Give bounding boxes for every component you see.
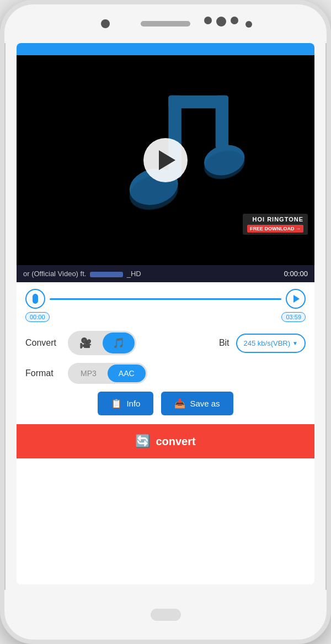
free-download-label: FREE DOWNLOAD →	[250, 226, 301, 231]
convert-icon: 🔄	[135, 434, 150, 448]
speaker-icon	[141, 21, 190, 27]
volume-down-button[interactable]	[0, 159, 2, 198]
convert-toggle[interactable]: 🎥 🎵	[68, 331, 136, 355]
audio-mode-icon: 🎵	[113, 337, 125, 349]
convert-label: Convert	[25, 338, 61, 348]
slider-row	[25, 289, 306, 309]
front-camera-icon	[101, 19, 110, 28]
convert-button-label: convert	[156, 435, 195, 448]
video-mode-icon: 🎥	[79, 337, 92, 349]
controls-section: 00:00 03:59 Convert 🎥 🎵 Bit 245 kb/s(VBR…	[17, 282, 314, 424]
format-label: Format	[25, 368, 61, 378]
power-button[interactable]	[329, 142, 331, 176]
action-buttons-row: 📋 Info 📥 Save as	[25, 392, 306, 415]
slider-thumb-inner	[33, 294, 38, 304]
video-thumbnail: HOI RINGTONE FREE DOWNLOAD →	[17, 55, 314, 265]
blurred-username	[90, 272, 123, 277]
save-icon: 📥	[174, 398, 185, 409]
convert-row: Convert 🎥 🎵 Bit 245 kb/s(VBR) ▼	[25, 331, 306, 355]
time-labels: 00:00 03:59	[25, 312, 306, 322]
camera-dot-1	[204, 17, 212, 24]
format-row: Format MP3 AAC	[25, 363, 306, 384]
app-container: HOI RINGTONE FREE DOWNLOAD → or (Officia…	[17, 43, 314, 584]
volume-up-button[interactable]	[0, 126, 2, 148]
arrow-right-icon	[293, 295, 300, 303]
mp3-option[interactable]: MP3	[70, 365, 108, 382]
info-button[interactable]: 📋 Info	[98, 392, 153, 415]
app-header-bar	[17, 43, 314, 55]
phone-top-bar	[4, 4, 327, 43]
play-triangle-icon	[159, 150, 175, 170]
phone-bottom	[4, 590, 327, 640]
camera-dot-2	[216, 17, 226, 27]
home-button[interactable]	[151, 609, 181, 621]
info-icon: 📋	[111, 398, 122, 409]
camera-module	[204, 17, 238, 27]
slider-start-thumb[interactable]	[25, 289, 45, 309]
bit-dropdown[interactable]: 245 kb/s(VBR) ▼	[236, 334, 306, 353]
dropdown-arrow-icon: ▼	[292, 340, 298, 346]
phone-frame: HOI RINGTONE FREE DOWNLOAD → or (Officia…	[0, 0, 331, 644]
camera-dot-3	[231, 17, 238, 24]
svg-rect-2	[216, 96, 228, 149]
slider-track[interactable]	[50, 298, 281, 300]
slider-next-button[interactable]	[286, 289, 306, 309]
audio-mode-option[interactable]: 🎵	[103, 332, 135, 353]
start-time-label: 00:00	[25, 312, 50, 322]
convert-button[interactable]: 🔄 convert	[17, 424, 314, 458]
bit-value: 245 kb/s(VBR)	[244, 339, 291, 347]
ringtone-banner: HOI RINGTONE FREE DOWNLOAD →	[243, 214, 308, 235]
bit-label: Bit	[219, 338, 229, 348]
video-title-bar: or (Official Video) ft. _HD 0:00:00	[17, 265, 314, 282]
silent-switch[interactable]	[0, 209, 2, 247]
save-as-label: Save as	[190, 399, 220, 408]
free-download-badge[interactable]: FREE DOWNLOAD →	[247, 225, 303, 233]
format-toggle[interactable]: MP3 AAC	[68, 363, 147, 384]
video-container: HOI RINGTONE FREE DOWNLOAD →	[17, 55, 314, 265]
end-time-label: 03:59	[281, 312, 306, 322]
ringtone-title: HOI RINGTONE	[247, 216, 303, 223]
play-button[interactable]	[143, 138, 188, 182]
video-time: 0:00:00	[284, 270, 308, 278]
save-as-button[interactable]: 📥 Save as	[161, 392, 233, 415]
aac-option[interactable]: AAC	[108, 365, 146, 382]
video-mode-option[interactable]: 🎥	[70, 332, 102, 353]
sensor-icon	[245, 21, 252, 28]
info-label: Info	[126, 399, 140, 408]
video-title: or (Official Video) ft. _HD	[23, 270, 279, 278]
